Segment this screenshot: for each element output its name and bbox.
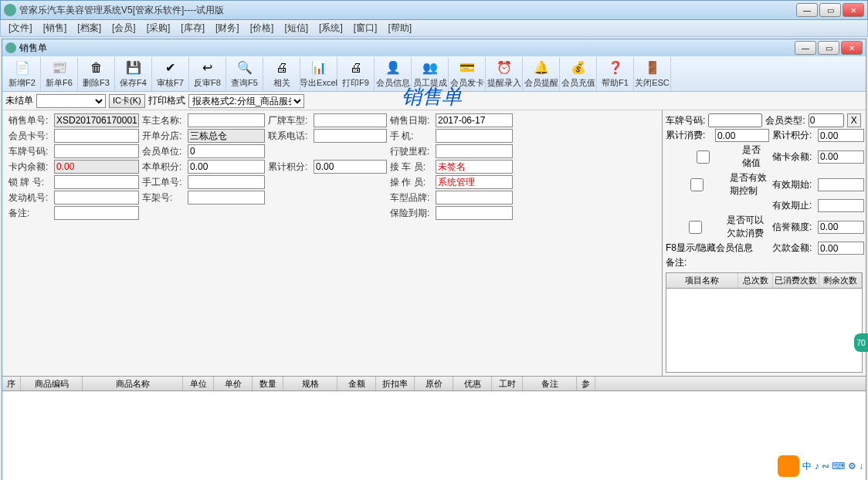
form-input-owner[interactable] [188,113,265,127]
menu-item[interactable]: [库存] [176,20,209,36]
grid-col-header[interactable]: 金额 [337,377,376,390]
form-input-phone[interactable] [436,129,513,143]
end-input[interactable] [818,199,864,212]
menu-item[interactable]: [窗口] [349,20,382,36]
f8-hint: F8显示/隐藏会员信息 [666,242,769,255]
grid-col-header[interactable]: 工时 [492,377,523,390]
toolbar-button[interactable]: ⏰提醒录入 [486,57,523,91]
tray-icon[interactable] [778,455,799,477]
menu-item[interactable]: [短信] [280,20,313,36]
menu-item[interactable]: [档案] [73,20,106,36]
grid-col-header[interactable]: 商品编码 [21,377,83,390]
form-input-date[interactable] [436,113,513,127]
grid-col-header[interactable]: 单价 [214,377,253,390]
menu-item[interactable]: [帮助] [383,20,416,36]
start-input[interactable] [818,178,864,191]
toolbar-button[interactable]: 📰新单F6 [41,57,78,91]
toolbar-button[interactable]: 📄新增F2 [4,57,41,91]
form-input-total_pts[interactable] [314,160,387,174]
toolbar-button[interactable]: ❓帮助F1 [597,57,634,91]
consume-input[interactable] [715,129,769,142]
menu-item[interactable]: [会员] [107,20,141,36]
credit-checkbox[interactable] [666,221,725,234]
toolbar-icon: 💾 [125,59,142,76]
menu-item[interactable]: [采购] [142,20,175,36]
toolbar-button[interactable]: 🚪关闭ESC [634,57,671,91]
owe-input[interactable] [818,242,864,255]
form-input-frame[interactable] [188,191,265,205]
form-area: 销售单号:车主名称:厂牌车型:销售日期:会员卡号:开单分店:联系电话:手 机:车… [2,110,662,376]
form-input-remark[interactable] [54,206,139,220]
menu-item[interactable]: [文件] [4,20,37,36]
form-input-brand[interactable] [436,191,513,205]
toolbar-button[interactable]: ✔审核F7 [152,57,189,91]
menu-item[interactable]: [价格] [246,20,279,36]
grid-col-header[interactable]: 优惠 [453,377,492,390]
credit-input[interactable] [818,221,864,234]
form-input-lock[interactable] [54,175,139,189]
store-checkbox[interactable] [666,150,741,164]
grid-col-header[interactable]: 备注 [523,377,577,390]
status-combo[interactable] [36,94,106,108]
grid-col-header[interactable]: 原价 [415,377,453,390]
ime-indicator[interactable]: 中 ♪ ∾ ⌨ ⚙ ↓ [802,460,863,473]
toolbar-button[interactable]: 💰会员充值 [560,57,597,91]
print-format-label: 打印格式 [148,94,185,107]
form-input-tel[interactable] [314,129,387,143]
toolbar-button[interactable]: 🗑删除F3 [78,57,115,91]
inner-minimize-button[interactable]: — [795,41,816,55]
grid-col-header[interactable]: 规格 [283,377,337,390]
form-input-points[interactable] [188,160,265,174]
grid-col-header[interactable]: 单位 [183,377,214,390]
form-input-plate[interactable] [54,144,139,158]
close-button[interactable]: ✕ [843,3,864,17]
form-input-ins[interactable] [436,206,513,220]
maximize-button[interactable]: ▭ [819,3,841,17]
side-close-button[interactable]: X [847,113,861,127]
toolbar-button[interactable]: ↩反审F8 [189,57,226,91]
grid-col-header[interactable]: 商品名称 [83,377,183,390]
inner-close-button[interactable]: ✕ [841,41,863,55]
ic-card-button[interactable]: IC卡(K) [109,94,145,108]
toolbar-button[interactable]: 🖨相关 [263,57,300,91]
form-input-engine[interactable] [54,191,139,205]
side-type-input[interactable] [809,113,844,127]
form-input-factory[interactable] [314,113,387,127]
grid-col-header[interactable]: 折扣率 [376,377,415,390]
minimize-button[interactable]: — [796,3,818,17]
form-input-operator[interactable] [436,175,513,189]
print-format-select[interactable]: 报表格式2:分组_商品服务 [188,94,304,108]
form-input-branch[interactable] [188,129,265,143]
form-input-unit[interactable] [188,144,265,158]
form-input-mileage[interactable] [436,144,513,158]
form-label: 卡内余额: [8,161,51,174]
form-input-balance[interactable] [54,160,139,174]
toolbar-button[interactable]: 🔍查询F5 [226,57,263,91]
side-badge[interactable]: 70 [854,333,868,352]
form-input-receiver[interactable] [436,160,513,174]
menu-item[interactable]: [系统] [314,20,348,36]
expire-checkbox[interactable] [666,178,728,191]
pts-input[interactable] [818,129,864,142]
form-label: 销售日期: [390,114,432,127]
toolbar-button[interactable]: 📊导出Excel [300,57,337,91]
form-label: 本单积分: [142,161,185,174]
toolbar-button[interactable]: 💾保存F4 [115,57,152,91]
store-bal-input[interactable] [818,150,864,164]
grid-col-header[interactable]: 数量 [253,377,283,390]
document-title: 销售单 [402,83,462,110]
grid-col-header[interactable]: 参 [577,377,595,390]
menu-item[interactable]: [财务] [211,20,244,36]
form-input-manual[interactable] [188,175,265,189]
form-input-sale_no[interactable] [54,113,139,127]
grid-col-header[interactable]: 序 [2,377,21,390]
toolbar-button[interactable]: 🖨打印F9 [337,57,375,91]
side-col-header: 剩余次数 [819,273,862,288]
form-input-card[interactable] [54,129,139,143]
toolbar-button[interactable]: 🔔会员提醒 [523,57,560,91]
inner-maximize-button[interactable]: ▭ [818,41,839,55]
toolbar-icon: ✔ [162,59,179,76]
menu-item[interactable]: [销售] [39,20,72,36]
side-plate-input[interactable] [708,113,762,127]
items-grid-body[interactable] [2,391,866,480]
